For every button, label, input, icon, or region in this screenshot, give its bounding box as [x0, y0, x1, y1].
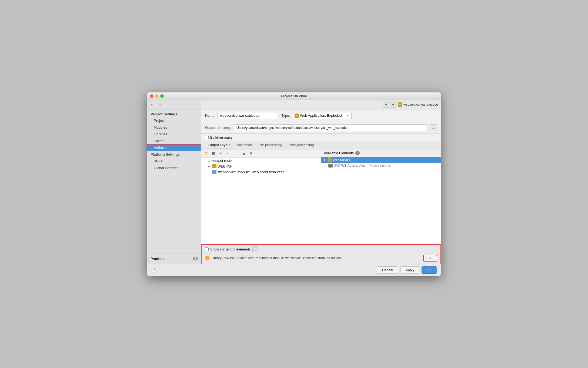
add-artifact-button[interactable]: +	[383, 102, 389, 108]
project-settings-header: Project Settings	[147, 109, 201, 117]
tabs-bar: Output Layout Validation Pre-processing …	[201, 141, 441, 149]
sidebar-item-project[interactable]: Project	[147, 117, 201, 124]
warning-text: Library 'JAX-WS-Apache Axis' required fo…	[212, 256, 421, 260]
name-label: Name:	[205, 113, 215, 118]
minus-icon: −	[226, 151, 229, 155]
artifact-pill: W webservice:war explode	[398, 102, 438, 107]
up-icon: ▲	[242, 151, 246, 155]
sidebar-item-libraries[interactable]: Libraries	[147, 131, 201, 138]
fix-button[interactable]: Fix...	[423, 255, 437, 261]
chevron-down-icon: ▼	[346, 114, 349, 117]
build-on-make-label: Build on make	[210, 135, 232, 139]
folder-icon	[212, 164, 216, 168]
toolbar-minus-button[interactable]: −	[225, 150, 230, 156]
tab-preprocessing[interactable]: Pre-processing	[255, 141, 285, 149]
bottom-content: Show content of elements ... ! Library '…	[201, 245, 441, 264]
available-elements-panel: Available Elements ? ▼ webservice	[321, 149, 441, 244]
artifact-nav-buttons: + −	[383, 102, 396, 108]
main-window: Project Structure ← → Project Settings P…	[147, 92, 441, 276]
sidebar-nav: ← →	[147, 100, 201, 109]
tree-item-output-root[interactable]: ⊡ <output root>	[201, 158, 321, 163]
available-label-jax-ws: JAX-WS-Apache Axis	[334, 164, 365, 168]
sort-icon: ↕	[236, 151, 238, 155]
down-icon: ▼	[249, 151, 253, 155]
tab-postprocessing[interactable]: Post-processing	[285, 141, 317, 149]
available-label-webservice: webservice	[333, 158, 351, 162]
available-elements-header: Available Elements ?	[321, 149, 441, 157]
show-content-more-button[interactable]: ...	[252, 246, 258, 252]
output-layout-panel: 📁 ⊞ + −	[201, 149, 321, 244]
sidebar-item-modules[interactable]: Modules	[147, 124, 201, 131]
name-input[interactable]	[218, 112, 277, 119]
window-controls	[150, 94, 164, 98]
footer: ? Cancel Apply OK	[147, 264, 441, 276]
warning-row: ! Library 'JAX-WS-Apache Axis' required …	[205, 254, 437, 262]
toolbar-plus-button[interactable]: +	[218, 150, 223, 156]
tree-item-web-inf[interactable]: ▶ WEB-INF	[201, 163, 321, 169]
tree-expand-arrow-icon: ▼	[323, 159, 327, 162]
sidebar-item-sdks[interactable]: SDKs	[147, 158, 201, 165]
output-label: Output directory:	[205, 126, 231, 130]
tree-item-web-resources[interactable]: 'webservice' module: 'Web' facet resourc…	[201, 169, 321, 175]
toolbar-down-button[interactable]: ▼	[248, 150, 254, 156]
sidebar-item-global-libraries[interactable]: Global Libraries	[147, 165, 201, 171]
output-directory-row: Output directory: …	[201, 122, 441, 134]
module-icon	[212, 170, 216, 174]
forward-button[interactable]: →	[157, 102, 163, 108]
type-label: Type:	[281, 113, 290, 118]
ok-button[interactable]: OK	[422, 266, 437, 274]
tab-validation[interactable]: Validation	[234, 141, 255, 149]
remove-artifact-button[interactable]: −	[390, 102, 396, 108]
browse-button[interactable]: …	[430, 124, 437, 131]
bottom-warning-section: Show content of elements ... ! Library '…	[201, 244, 441, 264]
output-directory-input[interactable]	[233, 124, 428, 131]
sidebar-item-facets[interactable]: Facets	[147, 138, 201, 144]
add-icon: 📁	[204, 151, 209, 155]
tree-label-output-root: <output root>	[211, 159, 232, 163]
type-selector[interactable]: W Web Application: Exploded ▼	[292, 112, 352, 119]
window-title: Project Structure	[281, 94, 307, 98]
sidebar: ← → Project Settings Project Modules Lib…	[147, 100, 201, 264]
available-item-webservice[interactable]: ▼ webservice	[321, 157, 441, 163]
help-button[interactable]: ?	[151, 267, 157, 273]
library-bars-icon	[329, 165, 332, 167]
minimize-button[interactable]	[155, 94, 159, 98]
type-icon: W	[295, 113, 299, 118]
type-field-row: Type: W Web Application: Exploded ▼	[281, 112, 352, 119]
sidebar-platform-settings-header: Platform Settings	[147, 151, 201, 158]
main-panel: + − W webservice:war explode Name:	[201, 100, 441, 264]
sidebar-bottom: Problems 1	[147, 253, 201, 264]
artifact-header-bar: + − W webservice:war explode	[201, 100, 441, 109]
apply-button[interactable]: Apply	[400, 266, 420, 274]
show-content-row: Show content of elements ...	[205, 246, 437, 252]
build-on-make-row: Build on make	[201, 134, 441, 141]
detail-panel: Name: Type: W Web Application: Exploded …	[201, 109, 441, 264]
titlebar: Project Structure	[147, 92, 441, 100]
plus-icon: +	[219, 151, 222, 155]
sidebar-item-artifacts[interactable]: Artifacts	[147, 144, 201, 151]
columns-icon: ⊞	[212, 151, 215, 155]
show-content-label: Show content of elements	[210, 247, 251, 251]
problems-row[interactable]: Problems 1	[151, 256, 198, 262]
tab-output-layout[interactable]: Output Layout	[205, 141, 234, 149]
root-icon: ⊡	[208, 159, 210, 162]
toolbar-columns-button[interactable]: ⊞	[211, 150, 216, 156]
build-on-make-checkbox[interactable]	[205, 136, 209, 139]
folder-open-icon	[328, 158, 332, 162]
toolbar-add-button[interactable]: 📁	[203, 150, 209, 156]
available-item-jax-ws[interactable]: JAX-WS-Apache Axis (Project Library)	[321, 163, 441, 168]
available-elements-title: Available Elements	[324, 151, 354, 155]
show-content-checkbox[interactable]	[205, 247, 209, 251]
artifact-type-icon: W	[398, 102, 402, 107]
back-button[interactable]: ←	[149, 102, 155, 108]
close-button[interactable]	[150, 94, 153, 98]
name-type-row: Name: Type: W Web Application: Exploded …	[201, 109, 441, 122]
toolbar-sort-button[interactable]: ↕	[234, 150, 240, 156]
available-elements-help-icon[interactable]: ?	[355, 151, 360, 155]
tree-label-web-resources: 'webservice' module: 'Web' facet resourc…	[218, 170, 284, 174]
maximize-button[interactable]	[160, 94, 164, 98]
help-char-icon: ?	[153, 268, 155, 272]
name-field-row: Name:	[205, 112, 277, 119]
toolbar-up-button[interactable]: ▲	[241, 150, 247, 156]
cancel-button[interactable]: Cancel	[377, 266, 398, 274]
